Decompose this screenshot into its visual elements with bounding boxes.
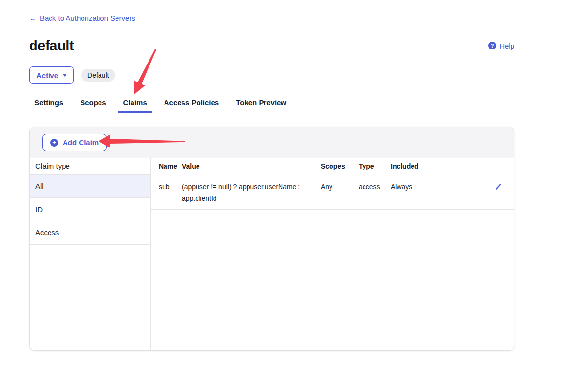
- page-content: ← Back to Authorization Servers default …: [29, 0, 514, 351]
- claims-table: Name Value Scopes Type Included sub (app…: [151, 158, 514, 210]
- panel-body: Claim type All ID Access Name Value Sc: [30, 158, 514, 351]
- claim-type-sidebar: Claim type All ID Access: [30, 158, 151, 351]
- add-claim-button[interactable]: + Add Claim: [42, 134, 107, 151]
- plus-icon: +: [50, 139, 58, 147]
- col-header-value: Value: [182, 158, 321, 175]
- tab-bar: Settings Scopes Claims Access Policies T…: [29, 99, 514, 113]
- question-icon: ?: [488, 42, 496, 49]
- tab-claims[interactable]: Claims: [123, 99, 147, 113]
- add-claim-label: Add Claim: [63, 138, 99, 147]
- cell-actions: [459, 175, 514, 209]
- status-row: Active Default: [29, 66, 514, 84]
- cell-included: Always: [391, 175, 459, 209]
- status-label: Active: [36, 71, 58, 80]
- tab-access-policies[interactable]: Access Policies: [164, 99, 219, 113]
- tab-token-preview[interactable]: Token Preview: [236, 99, 286, 113]
- col-header-name: Name: [151, 158, 182, 175]
- title-row: default ? Help: [29, 37, 514, 54]
- chevron-down-icon: [63, 74, 66, 77]
- claim-type-header: Claim type: [30, 158, 150, 175]
- tab-settings[interactable]: Settings: [34, 99, 63, 113]
- col-header-included: Included: [391, 158, 459, 175]
- edit-pencil-icon[interactable]: [495, 183, 502, 195]
- page-title: default: [29, 38, 74, 54]
- claims-toolbar: + Add Claim: [30, 127, 514, 158]
- cell-name: sub: [151, 175, 182, 209]
- default-badge: Default: [81, 69, 115, 82]
- sidebar-item-all[interactable]: All: [30, 175, 150, 198]
- help-label: Help: [499, 42, 514, 50]
- table-header-row: Name Value Scopes Type Included: [151, 158, 514, 175]
- tab-scopes[interactable]: Scopes: [80, 99, 106, 113]
- table-row: sub (appuser != null) ? appuser.userName…: [151, 175, 514, 209]
- cell-value: (appuser != null) ? appuser.userName : a…: [182, 175, 321, 209]
- col-header-actions: [459, 158, 514, 175]
- claims-panel: + Add Claim Claim type All ID Access: [29, 127, 514, 351]
- sidebar-item-id[interactable]: ID: [30, 198, 150, 221]
- back-link[interactable]: ← Back to Authorization Servers: [29, 15, 135, 22]
- col-header-scopes: Scopes: [321, 158, 359, 175]
- status-dropdown-button[interactable]: Active: [29, 66, 74, 84]
- cell-scopes: Any: [321, 175, 359, 209]
- cell-type: access: [359, 175, 391, 209]
- col-header-type: Type: [359, 158, 391, 175]
- help-link[interactable]: ? Help: [488, 42, 514, 50]
- back-link-label: Back to Authorization Servers: [40, 15, 135, 22]
- back-arrow-icon: ←: [29, 15, 36, 22]
- sidebar-item-access[interactable]: Access: [30, 221, 150, 245]
- claims-table-area: Name Value Scopes Type Included sub (app…: [151, 158, 514, 351]
